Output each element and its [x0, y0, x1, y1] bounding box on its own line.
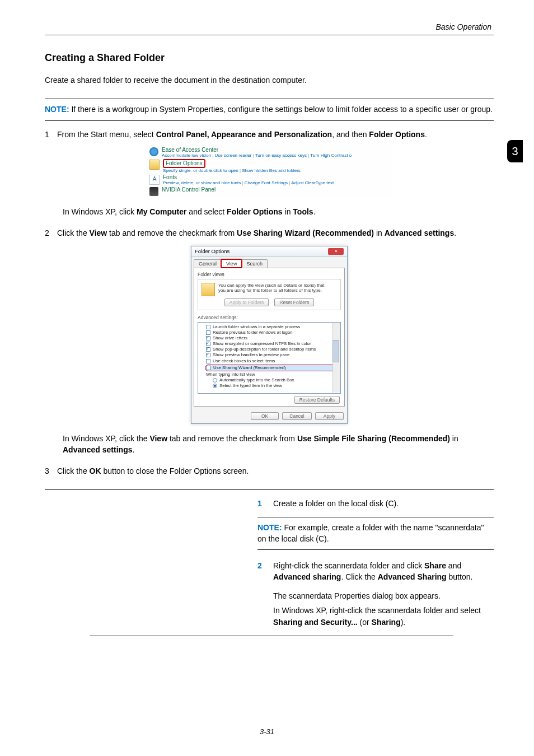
section-title: Creating a Shared Folder — [45, 52, 494, 64]
radio[interactable] — [213, 384, 217, 388]
note-label: NOTE: — [45, 105, 69, 114]
cp-ease-links: Accommodate low visionUse screen readerT… — [162, 153, 352, 158]
note-label: NOTE: — [257, 523, 282, 532]
footer-rule — [90, 636, 453, 636]
cp-ease-row: Ease of Access Center Accommodate low vi… — [149, 147, 389, 158]
dialog-titlebar: Folder Options ✕ — [191, 246, 347, 257]
right-step-2c: In Windows XP, right-click the scannerda… — [273, 605, 494, 628]
cp-folder-row: Folder Options Specify single- or double… — [149, 159, 389, 173]
step-body: Click the OK button to close the Folder … — [57, 465, 494, 477]
dialog-tabs: General View Search — [191, 257, 347, 268]
folder-views-icon — [202, 283, 215, 296]
dialog-buttons: OK Cancel Apply — [191, 409, 347, 423]
step-number: 1 — [45, 129, 57, 140]
fonts-icon: A — [149, 175, 160, 185]
chapter-tab: 3 — [507, 140, 523, 162]
advanced-settings-label: Advanced settings: — [198, 315, 341, 320]
cp-nvidia-title: NVIDIA Control Panel — [162, 186, 216, 193]
control-panel-figure: Ease of Access Center Accommodate low vi… — [146, 144, 392, 198]
step-3: 3 Click the OK button to close the Folde… — [45, 465, 494, 477]
tab-general[interactable]: General — [194, 259, 222, 268]
cp-folder-title: Folder Options — [163, 159, 205, 168]
checkbox[interactable] — [206, 336, 210, 340]
step-body: Create a folder on the local disk (C). — [273, 498, 494, 509]
folder-options-icon — [149, 160, 160, 170]
apply-button[interactable]: Apply — [315, 412, 344, 420]
step-1: 1 From the Start menu, select Control Pa… — [45, 129, 494, 140]
radio[interactable] — [213, 378, 217, 382]
step-body: Right-click the scannerdata folder and c… — [273, 560, 494, 628]
restore-defaults-button[interactable]: Restore Defaults — [294, 396, 340, 404]
apply-to-folders-button[interactable]: Apply to Folders — [224, 298, 269, 306]
checkbox-sharing-wizard[interactable] — [207, 366, 211, 370]
step-number-blue: 2 — [257, 560, 273, 571]
right-step-2b: The scannerdata Properties dialog box ap… — [273, 590, 494, 601]
note-text: If there is a workgroup in System Proper… — [69, 105, 493, 114]
checkbox[interactable] — [206, 325, 210, 329]
cp-folder-title-wrap: Folder Options — [163, 159, 301, 168]
note-block-1: NOTE: If there is a workgroup in System … — [45, 99, 494, 121]
nvidia-icon — [149, 187, 158, 196]
tab-view[interactable]: View — [221, 259, 242, 268]
close-icon[interactable]: ✕ — [328, 248, 344, 255]
step-2: 2 Click the View tab and remove the chec… — [45, 227, 494, 239]
folder-views-label: Folder views — [198, 272, 341, 277]
cp-fonts-row: A Fonts Preview, delete, or show and hid… — [149, 174, 389, 185]
scrollbar-thumb[interactable] — [332, 340, 339, 362]
cancel-button[interactable]: Cancel — [282, 412, 311, 420]
sub-para-2: In Windows XP, click the View tab and re… — [63, 433, 494, 456]
step-body: Click the View tab and remove the checkm… — [57, 227, 494, 239]
ok-button[interactable]: OK — [251, 412, 279, 420]
folder-options-dialog: Folder Options ✕ General View Search Fol… — [191, 246, 348, 424]
reset-folders-button[interactable]: Reset Folders — [274, 298, 314, 306]
header-rule — [45, 35, 494, 35]
intro-text: Create a shared folder to receive the do… — [45, 75, 494, 86]
folder-views-group: You can apply the view (such as Details … — [198, 279, 341, 310]
step-body: From the Start menu, select Control Pane… — [57, 129, 494, 140]
cp-folder-links: Specify single- or double-click to openS… — [163, 168, 301, 173]
dialog-title: Folder Options — [195, 248, 229, 254]
advanced-settings-list[interactable]: Launch folder windows in a separate proc… — [198, 322, 341, 394]
right-step-1: 1 Create a folder on the local disk (C). — [257, 498, 494, 509]
cp-nvidia-row: NVIDIA Control Panel — [149, 186, 389, 196]
section-rule — [45, 489, 494, 490]
checkbox[interactable] — [206, 330, 210, 335]
cp-ease-title: Ease of Access Center — [162, 147, 352, 153]
page-number: 3-31 — [0, 727, 534, 736]
cp-fonts-title: Fonts — [163, 174, 334, 180]
tab-search[interactable]: Search — [241, 259, 268, 268]
checkbox[interactable] — [206, 359, 210, 363]
right-step-2: 2 Right-click the scannerdata folder and… — [257, 560, 494, 628]
dialog-body: Folder views You can apply the view (suc… — [194, 268, 345, 407]
note-text: For example, create a folder with the na… — [257, 523, 484, 543]
checkbox[interactable] — [206, 342, 210, 346]
cp-fonts-links: Preview, delete, or show and hide fontsC… — [163, 180, 334, 185]
checkbox[interactable] — [206, 353, 210, 357]
header-right: Basic Operation — [45, 22, 494, 31]
note-block-2: NOTE: For example, create a folder with … — [257, 517, 494, 550]
ease-of-access-icon — [149, 147, 158, 156]
step-number-blue: 1 — [257, 498, 273, 509]
sub-para-1: In Windows XP, click My Computer and sel… — [63, 206, 494, 217]
scrollbar[interactable] — [332, 323, 340, 393]
step-number: 3 — [45, 465, 57, 477]
checkbox[interactable] — [206, 347, 210, 352]
right-column: 1 Create a folder on the local disk (C).… — [257, 498, 494, 628]
step-number: 2 — [45, 227, 57, 239]
